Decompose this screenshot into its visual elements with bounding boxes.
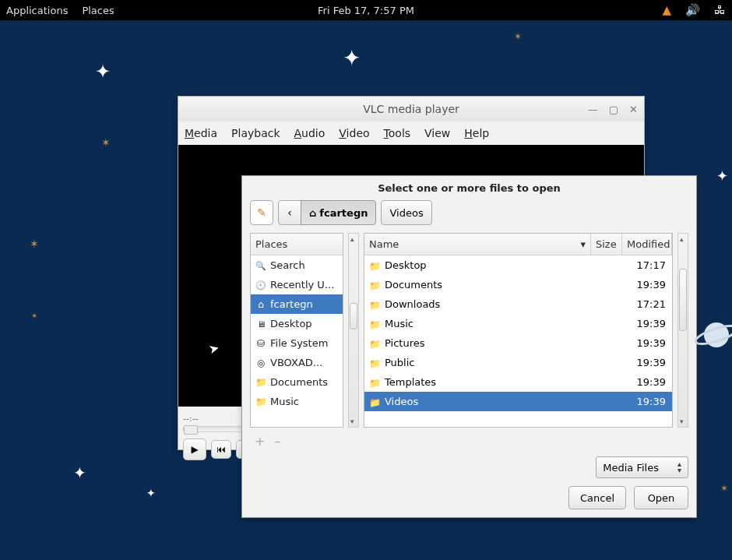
- path-segment-videos[interactable]: Videos: [381, 200, 431, 225]
- system-tray: ▲ 🔊 🖧: [662, 3, 726, 17]
- file-row[interactable]: Downloads17:21: [364, 294, 672, 314]
- vlc-titlebar[interactable]: VLC media player — ▢ ✕: [178, 97, 644, 122]
- menu-tools[interactable]: Tools: [384, 127, 411, 139]
- file-open-dialog: Select one or more files to open ✎ ‹ ⌂ f…: [241, 175, 697, 518]
- file-type-filter[interactable]: Media Files ▴▾: [596, 456, 688, 478]
- file-name: Pictures: [385, 337, 424, 349]
- time-elapsed: --:--: [183, 414, 199, 424]
- places-item[interactable]: Desktop: [251, 314, 343, 333]
- edit-path-button[interactable]: ✎: [250, 200, 273, 225]
- places-item-label: VBOXAD...: [270, 357, 322, 368]
- file-row[interactable]: Documents19:39: [364, 275, 672, 294]
- places-item-label: Documents: [270, 376, 328, 388]
- column-name[interactable]: Name ▾: [364, 234, 591, 255]
- path-bar: ✎ ‹ ⌂ fcartegn Videos: [242, 200, 696, 233]
- folder-icon: [369, 338, 380, 349]
- places-item[interactable]: File System: [251, 333, 343, 353]
- places-scrollbar[interactable]: [348, 233, 359, 428]
- places-item-label: fcartegn: [270, 298, 313, 310]
- sort-indicator-icon: ▾: [580, 238, 586, 250]
- remove-bookmark-button[interactable]: –: [274, 434, 280, 449]
- folder-icon: [369, 260, 380, 271]
- folder-icon: [369, 299, 380, 310]
- file-row[interactable]: Public19:39: [364, 353, 672, 372]
- filelist-scrollbar[interactable]: [677, 233, 688, 428]
- file-row[interactable]: Desktop17:17: [364, 255, 672, 275]
- vlc-tray-icon[interactable]: ▲: [662, 3, 671, 17]
- file-list-header: Name ▾ Size Modified: [364, 234, 672, 255]
- volume-icon[interactable]: 🔊: [685, 3, 700, 17]
- file-name: Desktop: [385, 259, 427, 271]
- folder-icon: [369, 357, 380, 368]
- desktop-planet-icon: [693, 312, 732, 358]
- network-icon[interactable]: 🖧: [714, 3, 726, 17]
- file-row[interactable]: Templates19:39: [364, 372, 672, 392]
- places-item[interactable]: VBOXAD...: [251, 353, 343, 372]
- maximize-button[interactable]: ▢: [609, 104, 618, 115]
- minimize-button[interactable]: —: [588, 104, 598, 115]
- file-row[interactable]: Pictures19:39: [364, 333, 672, 353]
- play-button[interactable]: ▶: [183, 438, 206, 460]
- folder-icon: [369, 319, 380, 329]
- file-modified: 19:39: [622, 353, 672, 372]
- column-modified[interactable]: Modified: [622, 234, 672, 255]
- places-item[interactable]: fcartegn: [251, 294, 343, 314]
- folder-icon: [369, 280, 380, 291]
- clock-icon: [255, 280, 266, 291]
- add-bookmark-button[interactable]: +: [255, 434, 265, 449]
- path-segment-home[interactable]: ⌂ fcartegn: [301, 200, 376, 225]
- open-button[interactable]: Open: [634, 486, 688, 509]
- folder-icon: [369, 377, 380, 388]
- updown-icon: ▴▾: [677, 461, 681, 474]
- desk-icon: [255, 319, 266, 329]
- places-item[interactable]: Recently U...: [251, 275, 343, 294]
- file-size: [591, 398, 622, 406]
- places-sidebar: Places SearchRecently U...fcartegnDeskto…: [250, 233, 343, 428]
- prev-button[interactable]: ⏮: [211, 440, 231, 459]
- drive-icon: [255, 338, 266, 349]
- file-size: [591, 281, 622, 289]
- places-item[interactable]: Music: [251, 392, 343, 411]
- file-name: Templates: [385, 376, 436, 388]
- file-row[interactable]: Music19:39: [364, 314, 672, 333]
- menu-help[interactable]: Help: [464, 127, 489, 139]
- applications-menu[interactable]: Applications: [6, 5, 68, 16]
- path-up-button[interactable]: ‹: [278, 200, 301, 225]
- places-item[interactable]: Documents: [251, 372, 343, 392]
- file-modified: 19:39: [622, 392, 672, 411]
- column-size[interactable]: Size: [591, 234, 622, 255]
- places-item-label: Music: [270, 396, 299, 407]
- menu-video[interactable]: Video: [339, 127, 369, 139]
- folder-icon: [255, 377, 266, 388]
- pencil-icon: ✎: [257, 206, 266, 219]
- places-item-label: File System: [270, 337, 328, 349]
- menu-media[interactable]: Media: [185, 127, 217, 139]
- cancel-button[interactable]: Cancel: [568, 486, 626, 509]
- search-icon: [255, 260, 266, 271]
- menu-playback[interactable]: Playback: [231, 127, 280, 139]
- file-size: [591, 340, 622, 347]
- file-modified: 19:39: [622, 275, 672, 294]
- file-modified: 19:39: [622, 314, 672, 333]
- desktop-top-bar: Applications Places Fri Feb 17, 7:57 PM …: [0, 0, 732, 20]
- menu-audio[interactable]: Audio: [294, 127, 326, 139]
- home-icon: [255, 299, 266, 310]
- menu-view[interactable]: View: [424, 127, 450, 139]
- vlc-title: VLC media player: [363, 103, 459, 115]
- file-name: Downloads: [385, 298, 440, 310]
- file-row[interactable]: Videos19:39: [364, 392, 672, 411]
- places-item[interactable]: Search: [251, 255, 343, 275]
- vlc-menubar: Media Playback Audio Video Tools View He…: [178, 122, 644, 145]
- folder-icon: [369, 396, 380, 407]
- places-menu[interactable]: Places: [82, 5, 114, 16]
- dialog-title: Select one or more files to open: [242, 176, 696, 200]
- file-name: Public: [385, 357, 414, 368]
- cd-icon: [255, 357, 266, 368]
- file-size: [591, 320, 622, 328]
- file-name: Documents: [385, 279, 442, 291]
- folder-icon: [255, 396, 266, 407]
- file-size: [591, 301, 622, 308]
- places-item-label: Recently U...: [270, 279, 334, 291]
- file-modified: 19:39: [622, 372, 672, 392]
- close-button[interactable]: ✕: [629, 104, 638, 115]
